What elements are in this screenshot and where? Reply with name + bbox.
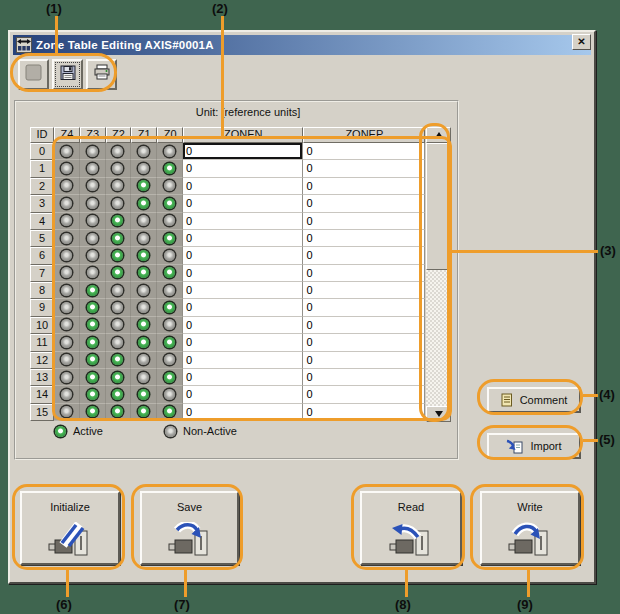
callout-rect-toolbar (10, 53, 117, 92)
callout-rect-data-area (52, 136, 452, 421)
col-header-id: ID (30, 127, 54, 143)
callout-line-8 (405, 570, 408, 597)
row-id-cell[interactable]: 8 (30, 282, 54, 299)
row-id-cell[interactable]: 7 (30, 265, 54, 282)
callout-label-6: (6) (56, 597, 72, 612)
row-id-cell[interactable]: 3 (30, 195, 54, 212)
window-title: Zone Table Editing AXIS#0001A (36, 39, 214, 51)
row-id-cell[interactable]: 4 (30, 213, 54, 230)
callout-label-7: (7) (174, 597, 190, 612)
row-id-cell[interactable]: 11 (30, 334, 54, 351)
legend-non-active-label: Non-Active (183, 425, 237, 437)
row-id-cell[interactable]: 2 (30, 178, 54, 195)
row-id-cell[interactable]: 13 (30, 369, 54, 386)
row-id-cell[interactable]: 14 (30, 386, 54, 403)
row-id-cell[interactable]: 12 (30, 352, 54, 369)
callout-line-4 (583, 394, 598, 397)
callout-rect-read (351, 484, 465, 570)
titlebar[interactable]: Zone Table Editing AXIS#0001A (13, 35, 591, 55)
callout-label-8: (8) (395, 597, 411, 612)
row-id-cell[interactable]: 10 (30, 317, 54, 334)
callout-label-5: (5) (599, 432, 615, 447)
app-icon (16, 37, 32, 53)
callout-rect-write (470, 484, 584, 570)
legend-active-label: Active (73, 425, 103, 437)
callout-line-1 (55, 16, 58, 56)
callout-line-5 (583, 439, 598, 442)
callout-label-3: (3) (600, 243, 616, 258)
active-led-icon (55, 426, 66, 437)
callout-line-6 (66, 570, 69, 597)
callout-label-1: (1) (46, 1, 62, 16)
callout-line-3 (450, 250, 598, 253)
callout-rect-save (131, 484, 243, 570)
callout-line-9 (527, 570, 530, 597)
callout-line-7 (184, 570, 187, 597)
row-id-cell[interactable]: 15 (30, 404, 54, 421)
callout-line-2 (221, 16, 224, 139)
callout-label-4: (4) (599, 387, 615, 402)
legend-non-active: Non-Active (165, 424, 237, 438)
callout-rect-comment (477, 379, 583, 415)
row-id-cell[interactable]: 1 (30, 160, 54, 177)
non-active-led-icon (165, 426, 176, 437)
row-id-cell[interactable]: 9 (30, 299, 54, 316)
unit-label: Unit: [reference units] (50, 106, 446, 118)
callout-label-2: (2) (212, 1, 228, 16)
callout-rect-scrollbar (419, 123, 450, 422)
callout-rect-import (477, 425, 583, 460)
row-id-cell[interactable]: 0 (30, 143, 54, 160)
legend-active: Active (55, 424, 103, 438)
row-id-cell[interactable]: 5 (30, 230, 54, 247)
callout-rect-initialize (12, 484, 125, 570)
close-button[interactable]: ✕ (572, 34, 591, 50)
callout-label-9: (9) (517, 597, 533, 612)
row-id-cell[interactable]: 6 (30, 247, 54, 264)
